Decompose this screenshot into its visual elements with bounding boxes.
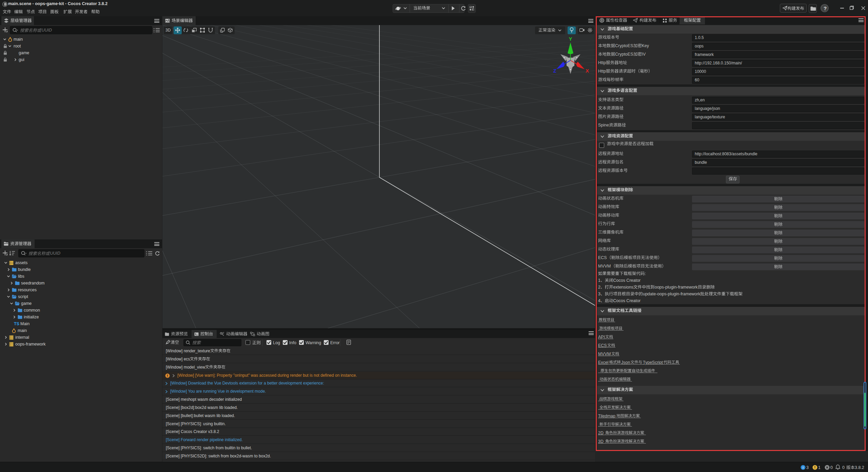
svg-text:Y: Y — [569, 37, 572, 42]
svg-text:Z: Z — [553, 68, 556, 74]
svg-text:X: X — [586, 68, 589, 74]
